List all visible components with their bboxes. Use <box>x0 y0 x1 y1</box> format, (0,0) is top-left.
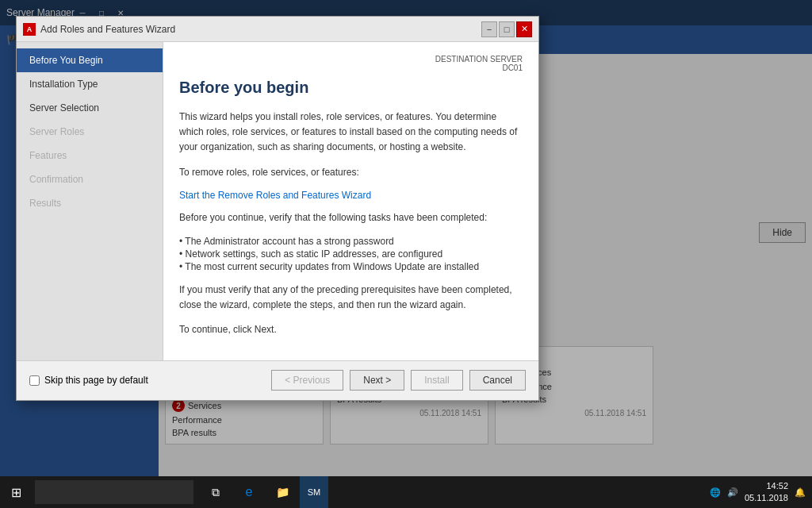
modal-content: DESTINATION SERVER DC01 Before you begin… <box>163 42 538 360</box>
modal-body: Before You Begin Installation Type Serve… <box>17 42 538 360</box>
wizard-icon-letter: A <box>27 25 33 33</box>
modal-nav: Before You Begin Installation Type Serve… <box>17 42 163 360</box>
next-button[interactable]: Next > <box>350 370 404 391</box>
modal-close-btn[interactable]: ✕ <box>516 21 532 37</box>
footer-left: Skip this page by default <box>29 375 148 386</box>
taskbar-right: 🌐 🔊 14:52 05.11.2018 🔔 <box>710 480 812 505</box>
taskbar-clock: 14:52 05.11.2018 <box>745 480 788 505</box>
destination-label: DESTINATION SERVER <box>179 55 523 64</box>
verify-heading: Before you continue, verify that the fol… <box>179 210 523 225</box>
bullet-item-2: Network settings, such as static IP addr… <box>179 248 523 260</box>
verify-text: If you must verify that any of the prece… <box>179 283 523 313</box>
modal-minimize-btn[interactable]: − <box>481 21 497 37</box>
notification-icon[interactable]: 🔔 <box>795 487 806 498</box>
taskbar-items: ⧉ e 📁 SM <box>200 476 328 508</box>
verify-section: Before you continue, verify that the fol… <box>179 210 523 273</box>
nav-server-roles: Server Roles <box>17 120 163 144</box>
network-icon: 🌐 <box>710 487 721 498</box>
taskbar: ⊞ ⧉ e 📁 SM 🌐 🔊 14:52 05.11.2018 🔔 <box>0 476 812 508</box>
page-heading: Before you begin <box>179 79 523 97</box>
skip-label: Skip this page by default <box>44 375 148 386</box>
continue-text: To continue, click Next. <box>179 322 523 337</box>
nav-features: Features <box>17 144 163 167</box>
bullet-item-3: The most current security updates from W… <box>179 260 523 273</box>
clock-time: 14:52 <box>745 480 788 492</box>
nav-installation-type[interactable]: Installation Type <box>17 72 163 96</box>
clock-date: 05.11.2018 <box>745 492 788 504</box>
destination-server-info: DESTINATION SERVER DC01 <box>179 55 523 72</box>
nav-before-you-begin[interactable]: Before You Begin <box>17 48 163 72</box>
remove-wizard-link[interactable]: Start the Remove Roles and Features Wiza… <box>179 190 371 201</box>
modal-titlebar: A Add Roles and Features Wizard − □ ✕ <box>17 17 538 42</box>
start-button[interactable]: ⊞ <box>0 476 32 508</box>
bullet-item-1: The Administrator account has a strong p… <box>179 235 523 248</box>
modal-overlay: A Add Roles and Features Wizard − □ ✕ Be… <box>0 0 812 476</box>
cancel-button[interactable]: Cancel <box>469 370 526 391</box>
prerequisites-list: The Administrator account has a strong p… <box>179 235 523 273</box>
server-manager-icon[interactable]: SM <box>300 476 328 508</box>
install-button[interactable]: Install <box>411 370 462 391</box>
modal-title: Add Roles and Features Wizard <box>40 24 481 35</box>
wizard-modal: A Add Roles and Features Wizard − □ ✕ Be… <box>16 16 539 401</box>
taskbar-search[interactable] <box>35 480 193 504</box>
footer-buttons: < Previous Next > Install Cancel <box>271 370 526 391</box>
skip-checkbox-container[interactable]: Skip this page by default <box>29 375 148 386</box>
skip-checkbox[interactable] <box>29 375 40 386</box>
task-view-button[interactable]: ⧉ <box>200 476 232 508</box>
modal-titlebar-controls: − □ ✕ <box>481 21 532 37</box>
previous-button[interactable]: < Previous <box>271 370 343 391</box>
intro-text: This wizard helps you install roles, rol… <box>179 110 523 156</box>
modal-footer: Skip this page by default < Previous Nex… <box>17 360 538 400</box>
nav-server-selection[interactable]: Server Selection <box>17 96 163 120</box>
remove-label: To remove roles, role services, or featu… <box>179 165 523 180</box>
explorer-icon[interactable]: 📁 <box>266 476 298 508</box>
edge-icon[interactable]: e <box>233 476 265 508</box>
wizard-icon: A <box>23 23 36 36</box>
nav-results: Results <box>17 191 163 215</box>
destination-server-name: DC01 <box>179 64 523 72</box>
volume-icon: 🔊 <box>727 487 738 498</box>
remove-section: To remove roles, role services, or featu… <box>179 165 523 201</box>
nav-confirmation: Confirmation <box>17 167 163 191</box>
modal-restore-btn[interactable]: □ <box>499 21 515 37</box>
